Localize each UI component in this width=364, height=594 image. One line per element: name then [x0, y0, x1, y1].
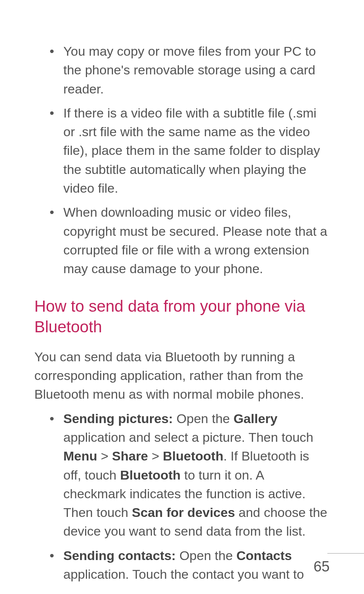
- inline-bold-term: Contacts: [236, 548, 292, 563]
- inline-text: application and select a picture. Then t…: [63, 430, 313, 444]
- bullet-lead-label: Sending contacts:: [63, 548, 176, 563]
- inline-bold-term: Gallery: [234, 411, 277, 426]
- inline-bold-term: Bluetooth: [163, 449, 224, 463]
- list-item-text: You may copy or move files from your PC …: [63, 44, 316, 96]
- inline-bold-term: Menu: [63, 449, 97, 463]
- page-number: 65: [314, 559, 330, 575]
- list-item: When downloading music or video files, c…: [50, 203, 330, 278]
- inline-text: application. Touch the contact you want …: [63, 567, 304, 581]
- list-item: Sending pictures: Open the Gallery appli…: [50, 409, 330, 541]
- inline-bold-term: Share: [112, 449, 148, 463]
- list-item: Sending contacts: Open the Contacts appl…: [50, 546, 330, 584]
- bottom-bullet-list: Sending pictures: Open the Gallery appli…: [34, 409, 330, 584]
- list-item: You may copy or move files from your PC …: [50, 42, 330, 98]
- inline-text: Open the: [176, 548, 237, 563]
- section-heading: How to send data from your phone via Blu…: [34, 296, 330, 338]
- intro-paragraph: You can send data via Bluetooth by runni…: [34, 348, 330, 404]
- manual-page: You may copy or move files from your PC …: [0, 0, 364, 594]
- inline-text: >: [97, 449, 112, 463]
- top-bullet-list: You may copy or move files from your PC …: [34, 42, 330, 278]
- list-item-text: If there is a video file with a subtitle…: [63, 106, 320, 195]
- list-item: If there is a video file with a subtitle…: [50, 104, 330, 198]
- inline-text: >: [148, 449, 163, 463]
- inline-bold-term: Scan for devices: [132, 505, 235, 520]
- inline-bold-term: Bluetooth: [120, 468, 181, 482]
- page-number-divider: [327, 553, 364, 554]
- list-item-text: When downloading music or video files, c…: [63, 205, 327, 276]
- bullet-lead-label: Sending pictures:: [63, 411, 173, 426]
- inline-text: Open the: [173, 411, 234, 426]
